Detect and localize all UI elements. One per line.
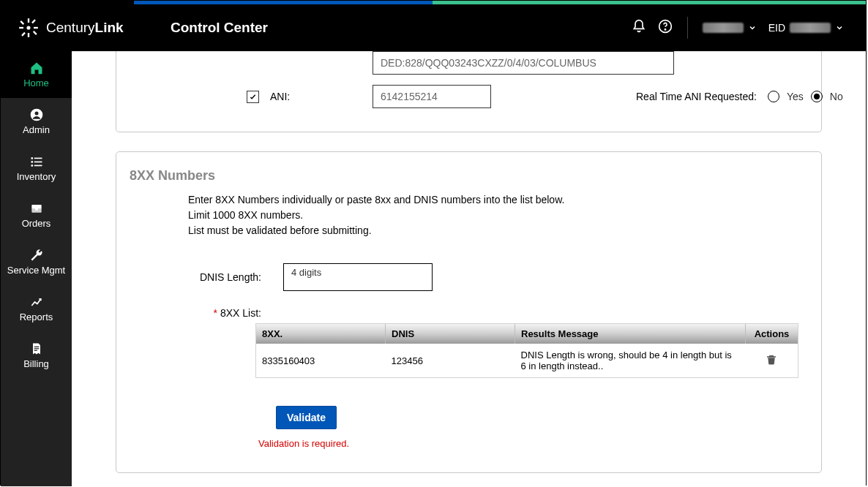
eid-menu[interactable]: EID [768,22,844,34]
main-content: ANI: Real Time ANI Requested: Yes No 8XX [72,51,866,486]
svg-point-10 [665,29,665,30]
svg-rect-14 [34,157,42,159]
sidebar-item-home[interactable]: Home [1,51,72,98]
sidebar-item-inventory[interactable]: Inventory [1,145,72,192]
ani-checkbox[interactable] [247,91,259,103]
svg-rect-18 [34,165,42,166]
instruction-line-1: Enter 8XX Numbers individually or paste … [130,192,808,208]
cell-8xx: 8335160403 [256,344,386,377]
brand-text: CenturyLink [46,20,124,36]
col-header-8xx[interactable]: 8XX. [256,324,386,344]
centurylink-burst-icon [18,18,39,38]
dnis-length-label: DNIS Length: [173,271,261,283]
validation-error-message: Validation is required. [258,438,808,449]
col-header-actions[interactable]: Actions [746,324,798,344]
help-icon[interactable] [658,19,673,37]
trash-icon [766,353,777,366]
app-title: Control Center [150,20,268,36]
svg-point-12 [34,111,38,115]
user-menu[interactable] [703,23,757,33]
col-header-dnis[interactable]: DNIS [386,324,515,344]
sidebar-item-billing[interactable]: Billing [1,332,72,379]
svg-rect-16 [34,161,42,162]
app-header: CenturyLink Control Center EID [1,4,866,51]
rt-ani-no-radio[interactable] [811,91,823,102]
radio-label-yes: Yes [787,91,804,102]
cell-dnis: 123456 [386,344,515,377]
validate-button[interactable]: Validate [276,406,337,429]
table-row: 8335160403 123456 DNIS Length is wrong, … [256,344,798,377]
list-icon [29,154,44,169]
svg-rect-3 [19,27,23,29]
user-circle-icon [29,107,44,122]
sidebar-item-orders[interactable]: Orders [1,192,72,238]
sidebar-item-label: Billing [23,359,49,369]
svg-rect-6 [33,31,37,35]
chart-line-icon [29,295,44,309]
col-header-results[interactable]: Results Message [515,324,746,344]
dnis-length-value: 4 digits [291,267,321,278]
svg-rect-8 [21,32,26,37]
cell-results-message: DNIS Length is wrong, should be 4 in len… [515,344,746,377]
dnis-length-select[interactable]: 4 digits [283,263,433,291]
top-accent-stripe [1,1,866,4]
eid-label: EID [768,22,785,34]
eid-value-redacted [790,23,831,33]
sidebar-item-label: Orders [22,219,51,229]
delete-row-button[interactable] [766,358,777,369]
invoice-icon [29,341,44,356]
radio-label-no: No [830,91,843,102]
sidebar-item-admin[interactable]: Admin [1,98,72,145]
sidebar-item-reports[interactable]: Reports [1,285,72,332]
svg-rect-19 [34,347,39,347]
sidebar-item-label: Service Mgmt [7,265,65,276]
svg-rect-4 [34,27,38,29]
eightxx-list-label: *8XX List: [173,307,261,319]
svg-rect-7 [31,19,36,23]
ani-label: ANI: [270,91,373,102]
eightxx-numbers-card: 8XX Numbers Enter 8XX Numbers individual… [116,151,822,473]
sidebar-item-label: Reports [20,312,53,322]
check-icon [249,93,257,101]
inbox-icon [29,201,44,216]
brand-logo[interactable]: CenturyLink [1,18,150,38]
chevron-down-icon [835,23,844,32]
rt-ani-radio-group: Yes No [768,91,866,102]
svg-rect-1 [28,18,29,23]
svg-point-0 [26,26,30,29]
user-name-redacted [703,23,744,33]
home-icon [29,61,44,75]
instruction-line-2: Limit 1000 8XX numbers. [130,208,808,223]
svg-rect-15 [31,161,33,163]
svg-rect-17 [31,165,33,167]
sidebar-nav: Home Admin Inventory Orders Service Mgmt… [1,51,72,486]
sidebar-item-label: Admin [23,125,50,135]
ded-line-input[interactable] [373,51,674,75]
svg-rect-2 [28,33,29,37]
wrench-icon [29,248,44,263]
svg-rect-13 [31,157,33,159]
svg-rect-21 [34,350,37,351]
chevron-down-icon [748,23,757,32]
instruction-line-3: List must be validated before submitting… [130,223,808,238]
svg-rect-20 [34,348,39,349]
sidebar-item-label: Inventory [17,172,56,182]
section-title: 8XX Numbers [130,168,808,184]
sidebar-item-service-mgmt[interactable]: Service Mgmt [1,238,72,285]
sidebar-item-label: Home [23,78,49,88]
ani-config-card: ANI: Real Time ANI Requested: Yes No [116,51,822,132]
rt-ani-yes-radio[interactable] [768,91,779,102]
rt-ani-label: Real Time ANI Requested: [636,91,768,102]
eightxx-list-table: 8XX. DNIS Results Message Actions 833516… [255,323,798,378]
ani-input[interactable] [373,85,491,108]
svg-rect-5 [20,20,24,25]
notifications-icon[interactable] [632,19,646,37]
